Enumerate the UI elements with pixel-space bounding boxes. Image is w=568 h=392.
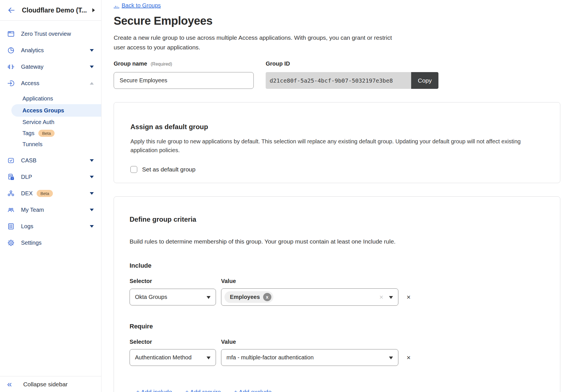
require-selector-value: Authentication Method xyxy=(135,354,192,361)
default-group-card-description: Apply this rule group to new application… xyxy=(130,137,544,155)
chevron-down-icon xyxy=(207,357,211,359)
sidebar-item-label: Analytics xyxy=(21,47,44,54)
include-heading: Include xyxy=(130,262,544,269)
required-hint: (Required) xyxy=(151,62,172,66)
require-selector-dropdown[interactable]: Authentication Method xyxy=(130,349,216,366)
copy-button[interactable]: Copy xyxy=(411,72,438,89)
sidebar-item-tunnels[interactable]: Tunnels xyxy=(0,139,101,150)
chevron-right-icon[interactable] xyxy=(92,8,95,12)
selector-label: Selector xyxy=(130,339,221,345)
value-label: Value xyxy=(221,278,236,284)
include-selector-dropdown[interactable]: Okta Groups xyxy=(130,289,216,305)
add-include-link[interactable]: + Add include xyxy=(136,389,172,392)
set-default-group-row[interactable]: Set as default group xyxy=(130,166,544,173)
left-arrow-icon: ← xyxy=(114,2,119,9)
sidebar-item-label: DEX xyxy=(21,190,33,197)
require-rule-row: Authentication Method mfa - multiple-fac… xyxy=(130,349,544,366)
sidebar-item-logs[interactable]: Logs xyxy=(0,220,101,233)
chevron-down-icon[interactable] xyxy=(90,192,94,195)
sidebar-item-settings[interactable]: Settings xyxy=(0,236,101,249)
account-name: Cloudflare Demo (T... xyxy=(22,7,90,14)
sidebar: Cloudflare Demo (T... Zero Trust overvie… xyxy=(0,0,101,392)
chip-remove-icon[interactable]: x xyxy=(263,293,271,301)
chevron-down-icon[interactable] xyxy=(389,296,393,299)
double-chevron-left-icon: « xyxy=(7,380,12,388)
add-require-link[interactable]: + Add require xyxy=(185,389,221,392)
access-login-icon xyxy=(7,79,15,87)
chevron-down-icon[interactable] xyxy=(90,225,94,228)
gateway-icon xyxy=(7,63,15,71)
beta-badge: Beta xyxy=(38,130,55,137)
sidebar-item-label: Access xyxy=(21,80,39,87)
collapse-sidebar-button[interactable]: « Collapse sidebar xyxy=(0,376,101,392)
require-labels: Selector Value xyxy=(130,339,544,345)
chevron-down-icon[interactable] xyxy=(90,49,94,52)
clear-values-icon[interactable]: × xyxy=(379,293,383,301)
set-default-group-checkbox[interactable] xyxy=(130,166,137,173)
chevron-down-icon[interactable] xyxy=(90,176,94,178)
group-id-column: Group ID d21ce80f-5a25-4bcf-9b07-5032197… xyxy=(266,60,438,89)
pie-chart-icon xyxy=(7,47,15,54)
sidebar-item-label: Logs xyxy=(21,223,33,230)
sidebar-item-zero-trust-overview[interactable]: Zero Trust overview xyxy=(0,27,101,40)
document-lock-icon xyxy=(7,173,15,181)
group-id-value: d21ce80f-5a25-4bcf-9b07-5032197e3be8 xyxy=(266,72,411,89)
include-value-multiselect[interactable]: Employees x × xyxy=(221,288,398,306)
people-icon xyxy=(7,206,15,214)
collapse-sidebar-label: Collapse sidebar xyxy=(23,381,68,388)
sidebar-item-label: CASB xyxy=(21,157,36,164)
chevron-down-icon[interactable] xyxy=(90,66,94,68)
sidebar-item-casb[interactable]: CASB xyxy=(0,154,101,167)
sidebar-item-service-auth[interactable]: Service Auth xyxy=(0,117,101,128)
list-document-icon xyxy=(7,223,15,230)
add-exclude-link[interactable]: + Add exclude xyxy=(234,389,272,392)
include-labels: Selector Value xyxy=(130,278,544,284)
sidebar-item-label: My Team xyxy=(21,207,44,213)
group-name-input[interactable] xyxy=(114,72,254,89)
require-value-dropdown[interactable]: mfa - multiple-factor authentication xyxy=(221,349,398,366)
gear-icon xyxy=(7,239,15,247)
chevron-down-icon[interactable] xyxy=(90,209,94,211)
page-title: Secure Employees xyxy=(114,14,568,27)
sidebar-item-applications[interactable]: Applications xyxy=(0,93,101,104)
sidebar-item-label: Access Groups xyxy=(22,107,64,114)
group-id-assembly: d21ce80f-5a25-4bcf-9b07-5032197e3be8 Cop… xyxy=(266,72,438,89)
value-label: Value xyxy=(221,339,236,345)
back-link-label: Back to Groups xyxy=(122,2,161,9)
account-switcher[interactable]: Cloudflare Demo (T... xyxy=(0,0,101,21)
remove-include-rule-button[interactable]: × xyxy=(407,294,411,301)
rule-actions: + Add include + Add require + Add exclud… xyxy=(136,389,544,392)
sidebar-item-analytics[interactable]: Analytics xyxy=(0,44,101,57)
include-selector-value: Okta Groups xyxy=(135,294,167,300)
beta-badge: Beta xyxy=(37,190,53,197)
access-sub-menu: Applications Access Groups Service Auth … xyxy=(0,93,101,150)
group-id-label: Group ID xyxy=(266,60,438,67)
sidebar-item-tags[interactable]: Tags Beta xyxy=(0,128,101,139)
chevron-up-icon[interactable] xyxy=(90,82,94,85)
app-root: Cloudflare Demo (T... Zero Trust overvie… xyxy=(0,0,568,392)
value-chip-label: Employees xyxy=(230,294,260,300)
sidebar-nav: Zero Trust overview Analytics xyxy=(0,21,101,249)
sidebar-item-label: Gateway xyxy=(21,64,43,70)
sidebar-item-access[interactable]: Access xyxy=(0,77,101,90)
sidebar-item-dlp[interactable]: DLP xyxy=(0,170,101,183)
remove-require-rule-button[interactable]: × xyxy=(407,354,411,361)
sidebar-item-label: Tags xyxy=(22,130,34,137)
include-rule-row: Okta Groups Employees x × × xyxy=(130,288,544,306)
sidebar-item-gateway[interactable]: Gateway xyxy=(0,60,101,73)
default-group-card-title: Assign as default group xyxy=(130,123,544,131)
sidebar-item-dex[interactable]: DEX Beta xyxy=(0,187,101,200)
selector-label: Selector xyxy=(130,278,221,284)
default-group-card: Assign as default group Apply this rule … xyxy=(114,102,560,183)
criteria-card: Define group criteria Build rules to det… xyxy=(114,196,560,392)
chevron-down-icon[interactable] xyxy=(90,159,94,162)
sidebar-item-access-groups[interactable]: Access Groups xyxy=(11,104,101,117)
sidebar-item-label: Settings xyxy=(21,240,41,246)
browser-window-icon xyxy=(7,30,15,38)
criteria-card-description: Build rules to determine membership of t… xyxy=(130,238,544,245)
back-to-groups-link[interactable]: ← Back to Groups xyxy=(114,2,161,9)
back-arrow-icon[interactable] xyxy=(7,5,17,15)
casb-icon xyxy=(7,157,15,164)
sidebar-item-my-team[interactable]: My Team xyxy=(0,203,101,216)
criteria-card-title: Define group criteria xyxy=(130,215,544,223)
